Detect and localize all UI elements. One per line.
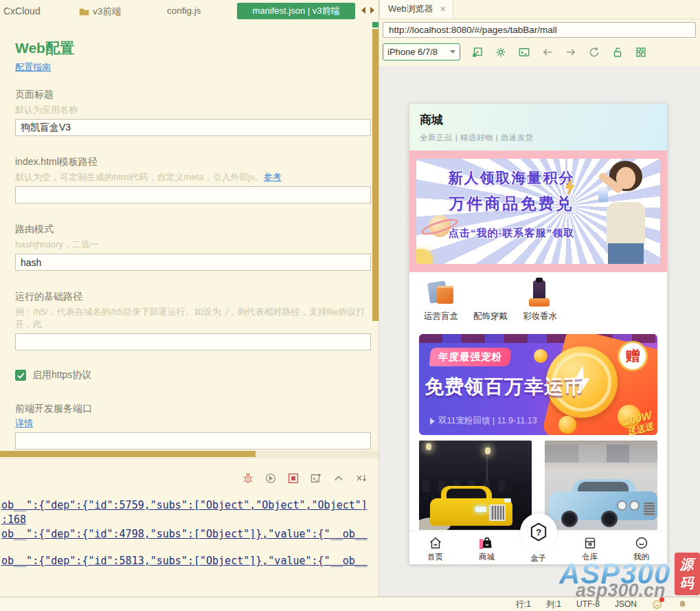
url-input[interactable] bbox=[383, 22, 696, 38]
category-row: 运营盲盒 配饰穿戴 彩妆香水 bbox=[409, 272, 667, 326]
horizontal-scrollbar[interactable] bbox=[0, 451, 379, 457]
chevron-down-icon bbox=[450, 50, 455, 54]
template-path-input[interactable] bbox=[15, 186, 371, 203]
coin-decoration bbox=[534, 349, 547, 363]
field-hint-router-mode: hash|history，二选一 bbox=[15, 238, 379, 251]
forward-icon[interactable] bbox=[565, 46, 577, 58]
tabbar-mine[interactable]: 我的 bbox=[616, 531, 667, 564]
tab-scroll-right-icon[interactable] bbox=[370, 7, 374, 14]
field-label-page-title: 页面标题 bbox=[15, 89, 379, 101]
vertical-scrollbar-thumb[interactable] bbox=[372, 29, 379, 321]
horizontal-scrollbar-thumb[interactable] bbox=[0, 451, 256, 457]
promo-banner-lucky-coin[interactable]: 年度最强宠粉 免费领百万幸运币 双11宠粉回馈 | 11.9-11.13 赠 1… bbox=[419, 334, 657, 435]
hexagon-box-icon: ? bbox=[528, 521, 550, 543]
dev-port-input[interactable] bbox=[15, 432, 371, 449]
category-accessories-image bbox=[475, 278, 506, 308]
notification-dot bbox=[659, 597, 664, 602]
tabbar-warehouse[interactable]: 仓库 bbox=[564, 531, 616, 564]
tab-manifest-json-active[interactable]: manifest.json | v3前端 bbox=[237, 3, 355, 19]
check-icon bbox=[17, 373, 25, 379]
console-line[interactable]: :168 bbox=[1, 513, 379, 527]
notification-bell-icon[interactable] bbox=[677, 599, 688, 610]
banner-model-photo bbox=[594, 161, 657, 264]
file-format-indicator[interactable]: JSON bbox=[615, 599, 637, 609]
gift-badge: 赠 bbox=[618, 341, 648, 371]
clear-console-icon[interactable] bbox=[355, 472, 368, 485]
coin-decoration bbox=[558, 416, 576, 434]
page-title-input[interactable] bbox=[15, 119, 371, 136]
category-accessories[interactable]: 配饰穿戴 bbox=[466, 278, 515, 326]
collapse-panel-icon[interactable] bbox=[332, 472, 345, 485]
console-line[interactable]: ob__":{"dep":{"id":5759,"subs":["Object"… bbox=[1, 498, 379, 513]
category-blind-box[interactable]: 运营盲盒 bbox=[416, 278, 466, 326]
router-mode-input[interactable] bbox=[15, 254, 371, 271]
manifest-editor-pane: CxCloud v3前端 config.js manifest.json | v… bbox=[0, 0, 379, 597]
back-icon[interactable] bbox=[541, 46, 554, 58]
cursor-column-indicator[interactable]: 列:1 bbox=[546, 599, 561, 610]
console-line[interactable]: ob__":{"dep":{"id":4798,"subs":["Object"… bbox=[1, 527, 379, 542]
category-cosmetics-image bbox=[525, 278, 555, 308]
browser-tab[interactable]: Web浏览器 × bbox=[379, 0, 453, 19]
stop-icon[interactable] bbox=[287, 472, 300, 485]
ide-window: CxCloud v3前端 config.js manifest.json | v… bbox=[0, 0, 700, 611]
https-checkbox-label: 启用https协议 bbox=[32, 369, 91, 381]
vertical-scrollbar[interactable] bbox=[372, 21, 379, 458]
feedback-smiley-icon[interactable] bbox=[652, 599, 662, 610]
base-path-input[interactable] bbox=[15, 333, 371, 351]
grid-layout-icon[interactable] bbox=[635, 46, 647, 58]
box-center-button[interactable]: ? bbox=[520, 513, 557, 551]
tab-config-js[interactable]: config.js bbox=[167, 5, 201, 16]
mall-header: 商城 全新正品 | 精选好物 | 急速发货 bbox=[409, 104, 667, 151]
field-hint-template-path: 默认为空，可定制生成的html代码，自定义meta，引入外部js。参考 bbox=[15, 171, 379, 184]
console-panel: ob__":{"dep":{"id":5759,"subs":["Object"… bbox=[0, 458, 379, 597]
category-blind-box-image bbox=[426, 278, 456, 308]
restart-icon[interactable] bbox=[264, 472, 277, 485]
field-label-base-path: 运行的基础路径 bbox=[15, 291, 379, 303]
product-image-blue-car[interactable] bbox=[545, 441, 657, 530]
dev-port-detail-link[interactable]: 详情 bbox=[15, 418, 33, 428]
banner-badge: 年度最强宠粉 bbox=[429, 348, 511, 366]
browser-viewport: 商城 全新正品 | 精选好物 | 急速发货 新人领取海量积分 万件商品免费兑 点… bbox=[379, 66, 700, 597]
webconfig-form: Web配置 配置指南 页面标题 默认为应用名称 index.html模板路径 默… bbox=[0, 21, 379, 458]
mall-tagline: 全新正品 | 精选好物 | 急速发货 bbox=[420, 133, 667, 143]
devtools-console-icon[interactable] bbox=[518, 46, 530, 58]
config-guide-link[interactable]: 配置指南 bbox=[15, 61, 51, 74]
home-icon bbox=[428, 535, 443, 551]
settings-gear-icon[interactable] bbox=[495, 46, 507, 58]
refresh-icon[interactable] bbox=[588, 46, 600, 58]
open-external-browser-icon[interactable] bbox=[471, 46, 484, 58]
tabbar-home[interactable]: 首页 bbox=[409, 531, 461, 564]
lock-icon[interactable] bbox=[611, 46, 624, 58]
field-hint-base-path: 例：/h5/，代表在域名的/h5目录下部署运行。如设为 ./，则代表相对路径，支… bbox=[15, 306, 379, 331]
field-label-router-mode: 路由模式 bbox=[15, 223, 379, 236]
console-toolbar bbox=[0, 458, 379, 485]
console-output: ob__":{"dep":{"id":5759,"subs":["Object"… bbox=[0, 498, 379, 568]
cursor-line-indicator[interactable]: 行:1 bbox=[516, 599, 531, 610]
tab-v3-folder[interactable]: v3前端 bbox=[79, 5, 121, 18]
browser-tabstrip: Web浏览器 × bbox=[379, 0, 700, 19]
https-checkbox[interactable] bbox=[15, 370, 26, 381]
encoding-indicator[interactable]: UTF-8 bbox=[576, 599, 600, 609]
scrollbar-overview-mark bbox=[372, 22, 379, 27]
play-triangle-icon bbox=[430, 418, 435, 425]
close-tab-icon[interactable]: × bbox=[440, 4, 446, 14]
warehouse-icon bbox=[583, 535, 598, 551]
product-image-yellow-car[interactable] bbox=[419, 441, 532, 530]
promo-banner-new-user[interactable]: 新人领取海量积分 万件商品免费兑 点击“我的-联系客服”领取 bbox=[409, 151, 667, 272]
web-browser-pane: Web浏览器 × iPhone 6/7/8 bbox=[379, 0, 700, 597]
svg-text:?: ? bbox=[535, 527, 541, 537]
template-reference-link[interactable]: 参考 bbox=[264, 172, 282, 182]
tab-scroll-arrows bbox=[361, 7, 374, 14]
field-label-template-path: index.html模板路径 bbox=[15, 156, 379, 168]
console-line[interactable]: ob__":{"dep":{"id":5813,"subs":["Object"… bbox=[1, 554, 379, 568]
category-cosmetics[interactable]: 彩妆香水 bbox=[515, 278, 565, 326]
new-terminal-icon[interactable] bbox=[310, 472, 322, 485]
app-tabbar: 首页 商城 bbox=[409, 531, 667, 564]
device-select[interactable]: iPhone 6/7/8 bbox=[383, 43, 460, 60]
tab-scroll-left-icon[interactable] bbox=[361, 7, 365, 14]
phone-preview: 商城 全新正品 | 精选好物 | 急速发货 新人领取海量积分 万件商品免费兑 点… bbox=[409, 104, 667, 564]
tabbar-box[interactable]: ? 盒子 bbox=[512, 531, 564, 564]
tabbar-mall-active[interactable]: 商城 bbox=[461, 531, 512, 564]
debug-bug-icon[interactable] bbox=[242, 472, 254, 485]
project-name: CxCloud bbox=[3, 5, 41, 16]
